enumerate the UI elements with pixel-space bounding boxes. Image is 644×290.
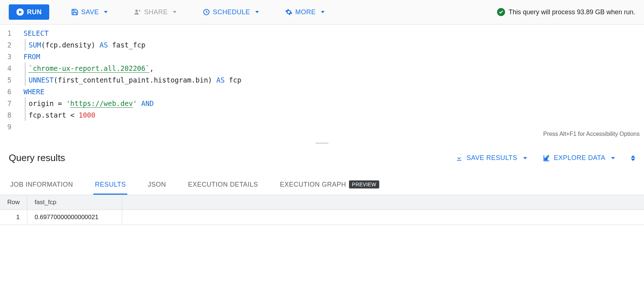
code-area[interactable]: SELECT SUM(fcp.density) AS fast_fcp FROM… [18,24,644,141]
results-table: Row fast_fcp 1 0.69770000000000021 [0,195,644,225]
save-results-label: SAVE RESULTS [466,154,517,162]
save-label: SAVE [81,8,99,16]
toolbar: RUN SAVE SHARE SCHEDULE MORE This query … [0,0,644,24]
a11y-hint: Press Alt+F1 for Accessibility Options [543,128,640,140]
svg-rect-4 [546,157,547,160]
results-title: Query results [9,152,65,164]
explore-data-label: EXPLORE DATA [554,154,605,162]
schedule-label: SCHEDULE [213,8,250,16]
kw-select: SELECT [23,29,49,37]
sql-editor[interactable]: 1 2 3 4 5 6 7 8 9 SELECT SUM(fcp.density… [0,24,644,141]
tab-json[interactable]: JSON [146,176,167,195]
run-label: RUN [27,8,42,16]
chart-icon [543,154,550,162]
schedule-button[interactable]: SCHEDULE [198,5,263,19]
col-fast-fcp: fast_fcp [27,195,122,210]
download-icon [455,154,463,162]
line-number: 4 [7,62,11,74]
more-button[interactable]: MORE [281,5,329,19]
share-label: SHARE [144,8,168,16]
more-label: MORE [295,8,316,16]
results-tabs: JOB INFORMATION RESULTS JSON EXECUTION D… [0,175,644,195]
cell-row-num: 1 [0,210,27,225]
check-icon [497,8,505,16]
expand-collapse-toggle[interactable] [631,155,635,161]
query-status: This query will process 93.89 GB when ru… [497,8,635,16]
chevron-down-icon [611,157,615,159]
save-icon [71,8,78,16]
table-header-row: Row fast_fcp [0,195,644,210]
share-button[interactable]: SHARE [129,5,181,19]
chevron-down-icon [523,157,527,159]
tab-job-information[interactable]: JOB INFORMATION [9,176,74,195]
kw-from: FROM [23,53,40,61]
line-number: 1 [7,27,11,39]
tab-execution-details[interactable]: EXECUTION DETAILS [186,176,259,195]
line-number: 9 [7,121,11,133]
chevron-down-icon [631,159,635,161]
line-number: 5 [7,74,11,86]
pane-drag-handle[interactable] [0,141,644,145]
chevron-down-icon [255,11,259,13]
tab-execution-graph[interactable]: EXECUTION GRAPH PREVIEW [279,175,381,195]
table-row: 1 0.69770000000000021 [0,210,644,225]
play-icon [16,8,24,16]
kw-where: WHERE [23,88,44,96]
explore-data-button[interactable]: EXPLORE DATA [543,154,615,162]
tab-results[interactable]: RESULTS [93,176,127,195]
chevron-down-icon [321,11,325,13]
preview-badge: PREVIEW [349,180,379,188]
line-number: 3 [7,51,11,62]
save-button[interactable]: SAVE [67,5,112,19]
line-number: 6 [7,86,11,98]
gear-icon [285,8,292,16]
clock-icon [203,8,210,16]
line-number: 2 [7,39,11,51]
table-name: `chrome-ux-report.all.202206` [28,64,150,73]
save-results-button[interactable]: SAVE RESULTS [455,154,527,162]
results-header: Query results SAVE RESULTS EXPLORE DATA [0,145,644,168]
share-icon [134,8,141,16]
svg-rect-3 [545,158,546,160]
chevron-down-icon [173,11,176,13]
chevron-down-icon [104,11,108,13]
line-gutter: 1 2 3 4 5 6 7 8 9 [0,24,18,141]
col-empty [122,195,644,210]
cell-fast-fcp: 0.69770000000000021 [27,210,122,225]
status-text: This query will process 93.89 GB when ru… [509,8,635,16]
fn-unnest: UNNEST [28,76,54,84]
fn-sum: SUM [28,41,41,49]
svg-point-1 [135,9,138,12]
line-number: 8 [7,109,11,121]
col-row: Row [0,195,27,210]
chevron-up-icon [631,155,635,158]
run-button[interactable]: RUN [9,4,49,20]
line-number: 7 [7,98,11,109]
